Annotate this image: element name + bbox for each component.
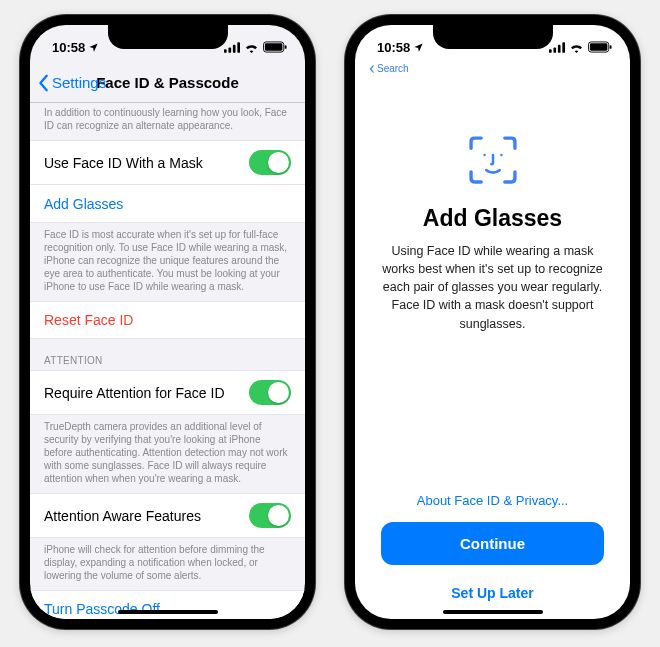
intro-footer: In addition to continuously learning how… bbox=[30, 103, 305, 140]
battery-icon bbox=[588, 41, 612, 53]
svg-rect-13 bbox=[610, 45, 612, 49]
home-indicator[interactable] bbox=[118, 610, 218, 614]
wifi-icon bbox=[244, 42, 259, 53]
add-glasses-wizard: Add Glasses Using Face ID while wearing … bbox=[355, 63, 630, 619]
svg-rect-10 bbox=[562, 42, 565, 53]
back-label: Settings bbox=[52, 74, 106, 91]
chevron-left-icon bbox=[369, 65, 375, 73]
svg-rect-9 bbox=[558, 44, 561, 52]
iphone-frame-right: 10:58 Search Add bbox=[345, 15, 640, 629]
page-title: Face ID & Passcode bbox=[96, 74, 239, 91]
cell-label: Require Attention for Face ID bbox=[44, 385, 225, 401]
wizard-title: Add Glasses bbox=[381, 205, 604, 232]
notch bbox=[108, 25, 228, 49]
status-time: 10:58 bbox=[52, 40, 85, 55]
screen-add-glasses: 10:58 Search Add bbox=[355, 25, 630, 619]
turn-passcode-off-cell[interactable]: Turn Passcode Off bbox=[30, 590, 305, 619]
require-attention-cell[interactable]: Require Attention for Face ID bbox=[30, 370, 305, 415]
require-attention-toggle[interactable] bbox=[249, 380, 291, 405]
svg-point-14 bbox=[483, 154, 486, 157]
battery-icon bbox=[263, 41, 287, 53]
cell-label: Reset Face ID bbox=[44, 312, 133, 328]
face-id-icon bbox=[466, 133, 520, 187]
attention-aware-footer: iPhone will check for attention before d… bbox=[30, 538, 305, 590]
face-id-mask-toggle[interactable] bbox=[249, 150, 291, 175]
reset-face-id-cell[interactable]: Reset Face ID bbox=[30, 301, 305, 339]
back-button[interactable]: Settings bbox=[38, 74, 106, 92]
screen-settings: 10:58 Settings Face ID & Passcode In add… bbox=[30, 25, 305, 619]
nav-bar: Settings Face ID & Passcode bbox=[30, 63, 305, 103]
require-attention-footer: TrueDepth camera provides an additional … bbox=[30, 415, 305, 493]
svg-rect-3 bbox=[237, 42, 240, 53]
cell-label: Use Face ID With a Mask bbox=[44, 155, 203, 171]
svg-rect-5 bbox=[265, 43, 283, 50]
wifi-icon bbox=[569, 42, 584, 53]
location-icon bbox=[88, 42, 99, 53]
wizard-body: Using Face ID while wearing a mask works… bbox=[381, 242, 604, 333]
iphone-frame-left: 10:58 Settings Face ID & Passcode In add… bbox=[20, 15, 315, 629]
svg-rect-7 bbox=[549, 49, 552, 53]
add-glasses-cell[interactable]: Add Glasses bbox=[30, 185, 305, 223]
cell-label: Turn Passcode Off bbox=[44, 601, 160, 617]
notch bbox=[433, 25, 553, 49]
svg-rect-6 bbox=[285, 45, 287, 49]
status-time: 10:58 bbox=[377, 40, 410, 55]
face-id-mask-cell[interactable]: Use Face ID With a Mask bbox=[30, 140, 305, 185]
cellular-icon bbox=[549, 42, 565, 53]
about-privacy-link[interactable]: About Face ID & Privacy... bbox=[381, 493, 604, 508]
svg-rect-1 bbox=[228, 47, 231, 52]
location-icon bbox=[413, 42, 424, 53]
cellular-icon bbox=[224, 42, 240, 53]
continue-button[interactable]: Continue bbox=[381, 522, 604, 565]
svg-rect-2 bbox=[233, 44, 236, 52]
mask-footer: Face ID is most accurate when it's set u… bbox=[30, 223, 305, 301]
cell-label: Add Glasses bbox=[44, 196, 123, 212]
settings-content[interactable]: In addition to continuously learning how… bbox=[30, 103, 305, 619]
chevron-left-icon bbox=[38, 74, 50, 92]
svg-point-15 bbox=[500, 154, 503, 157]
attention-aware-toggle[interactable] bbox=[249, 503, 291, 528]
breadcrumb-label: Search bbox=[377, 63, 409, 74]
breadcrumb[interactable]: Search bbox=[369, 63, 409, 74]
home-indicator[interactable] bbox=[443, 610, 543, 614]
svg-rect-12 bbox=[590, 43, 608, 50]
svg-rect-0 bbox=[224, 49, 227, 53]
attention-header: ATTENTION bbox=[30, 339, 305, 370]
attention-aware-cell[interactable]: Attention Aware Features bbox=[30, 493, 305, 538]
svg-rect-8 bbox=[553, 47, 556, 52]
cell-label: Attention Aware Features bbox=[44, 508, 201, 524]
